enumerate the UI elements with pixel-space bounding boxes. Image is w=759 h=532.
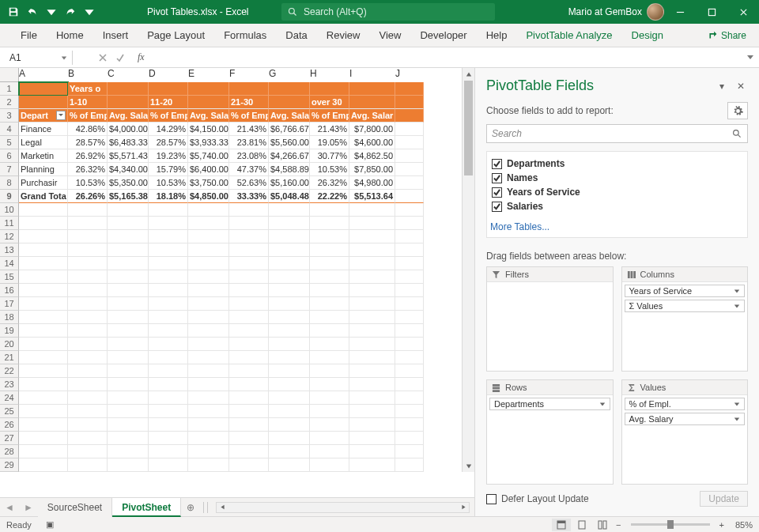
chip-departments[interactable]: Departments <box>489 398 610 410</box>
row-header[interactable]: 26 <box>0 418 19 432</box>
sheet-tab-source[interactable]: SourceSheet <box>38 498 112 517</box>
row-header[interactable]: 10 <box>0 203 19 217</box>
tab-page-layout[interactable]: Page Layout <box>138 24 214 47</box>
cell[interactable] <box>19 324 68 338</box>
save-icon[interactable] <box>5 3 22 21</box>
account-area[interactable]: Mario at GemBox <box>568 3 664 21</box>
cell[interactable] <box>68 243 108 257</box>
col-header[interactable]: I <box>349 68 395 82</box>
cell[interactable] <box>395 190 424 203</box>
cell[interactable]: 19.23% <box>149 149 188 163</box>
add-sheet-button[interactable]: ⊕ <box>181 502 200 513</box>
cell[interactable] <box>19 230 68 243</box>
cell[interactable] <box>149 351 188 364</box>
cell[interactable] <box>269 311 310 324</box>
cell[interactable] <box>349 338 395 351</box>
cell[interactable] <box>188 324 229 338</box>
cell[interactable] <box>149 203 188 217</box>
select-all-corner[interactable] <box>0 68 19 82</box>
cell[interactable] <box>269 378 310 391</box>
cell[interactable] <box>229 324 269 338</box>
cell[interactable]: $6,483.33 <box>108 136 149 149</box>
cell[interactable] <box>395 123 424 136</box>
view-normal-button[interactable] <box>552 519 571 531</box>
cell[interactable] <box>68 364 108 378</box>
view-page-layout-button[interactable] <box>572 519 591 531</box>
cell[interactable] <box>349 82 395 96</box>
row-header[interactable]: 6 <box>0 149 19 163</box>
cell[interactable] <box>68 230 108 243</box>
cell[interactable] <box>310 217 349 230</box>
undo-dropdown-icon[interactable] <box>43 3 60 21</box>
cell[interactable] <box>19 458 68 472</box>
cell[interactable] <box>229 458 269 472</box>
row-header[interactable]: 9 <box>0 190 19 203</box>
field-salaries[interactable]: Salaries <box>490 199 744 213</box>
cell[interactable] <box>149 257 188 270</box>
cell[interactable]: 30.77% <box>310 149 349 163</box>
cell[interactable] <box>149 82 188 96</box>
cell[interactable] <box>269 445 310 458</box>
cell[interactable] <box>19 405 68 418</box>
chip-avg-salary[interactable]: Avg. Salary <box>625 413 746 425</box>
cell[interactable] <box>395 364 424 378</box>
row-header[interactable]: 17 <box>0 297 19 311</box>
cell[interactable] <box>149 297 188 311</box>
cell[interactable]: $4,850.00 <box>188 190 229 203</box>
cell[interactable] <box>349 230 395 243</box>
cell[interactable] <box>108 270 149 284</box>
scroll-down-icon[interactable] <box>463 460 474 472</box>
cell[interactable] <box>108 351 149 364</box>
row-header[interactable]: 25 <box>0 405 19 418</box>
cell[interactable]: $5,160.00 <box>269 176 310 190</box>
cell[interactable] <box>19 270 68 284</box>
cell[interactable]: 22.22% <box>310 190 349 203</box>
cell[interactable] <box>395 311 424 324</box>
area-rows[interactable]: Rows Departments <box>486 379 614 485</box>
cell[interactable] <box>19 378 68 391</box>
active-cell[interactable] <box>19 82 68 96</box>
undo-icon[interactable] <box>24 3 41 21</box>
cell[interactable]: 28.57% <box>149 136 188 149</box>
cell[interactable] <box>395 338 424 351</box>
cell[interactable] <box>108 364 149 378</box>
cell[interactable] <box>68 311 108 324</box>
cell[interactable] <box>19 418 68 432</box>
cell[interactable] <box>310 378 349 391</box>
cell[interactable]: 21.43% <box>229 123 269 136</box>
more-tables-link[interactable]: More Tables... <box>490 221 744 232</box>
row-header[interactable]: 21 <box>0 351 19 364</box>
cell[interactable] <box>395 284 424 297</box>
cell[interactable] <box>68 203 108 217</box>
cell[interactable] <box>229 391 269 405</box>
search-box[interactable]: Search (Alt+Q) <box>281 3 495 21</box>
tab-developer[interactable]: Developer <box>410 24 476 47</box>
field-names[interactable]: Names <box>490 171 744 185</box>
cell[interactable] <box>108 445 149 458</box>
fx-icon[interactable]: fx <box>133 51 145 63</box>
checkbox-checked-icon[interactable] <box>492 173 502 183</box>
cell[interactable] <box>108 243 149 257</box>
cell[interactable] <box>269 230 310 243</box>
cell[interactable] <box>229 284 269 297</box>
cell[interactable] <box>68 445 108 458</box>
cell[interactable]: Grand Tota <box>19 190 68 203</box>
cell[interactable] <box>188 257 229 270</box>
cell[interactable]: $4,150.00 <box>188 123 229 136</box>
name-box[interactable]: A1 <box>5 51 73 65</box>
share-button[interactable]: Share <box>701 30 753 41</box>
cell[interactable] <box>349 351 395 364</box>
cell[interactable] <box>19 311 68 324</box>
cell[interactable]: $4,588.89 <box>269 163 310 176</box>
cell[interactable] <box>310 418 349 432</box>
cell[interactable]: 11-20 <box>149 96 188 109</box>
redo-icon[interactable] <box>62 3 79 21</box>
cell[interactable] <box>229 364 269 378</box>
cell[interactable] <box>229 405 269 418</box>
cell[interactable] <box>310 284 349 297</box>
cell[interactable] <box>269 391 310 405</box>
cell[interactable] <box>188 82 229 96</box>
cell[interactable]: $5,740.00 <box>188 149 229 163</box>
cell[interactable] <box>310 311 349 324</box>
cell[interactable] <box>395 163 424 176</box>
